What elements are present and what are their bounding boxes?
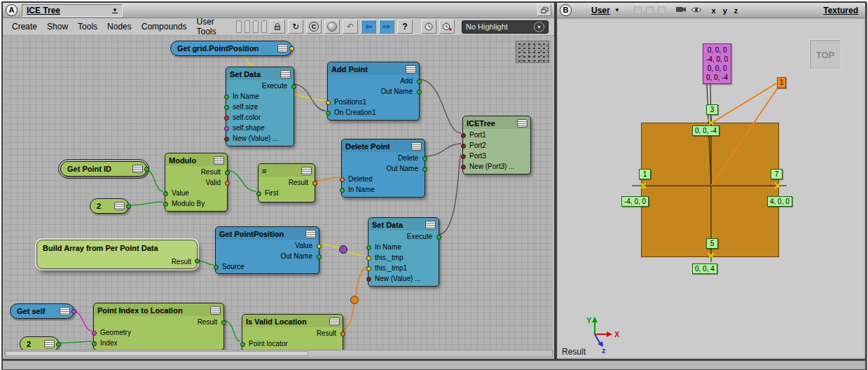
port-dot[interactable] [366, 277, 371, 282]
back-button[interactable]: ⇦ [361, 20, 376, 34]
port-dot[interactable] [92, 331, 97, 336]
node-menu-icon[interactable] [44, 340, 55, 348]
node-get-pointposition[interactable]: Get PointPosition Value Out Name Source [215, 226, 319, 274]
node-menu-icon[interactable] [60, 307, 70, 315]
globe-button[interactable] [324, 20, 340, 34]
help-button[interactable]: ? [397, 20, 413, 34]
port-dot[interactable] [256, 191, 261, 196]
node-delete-point[interactable]: Delete Point Delete Out Name Deleted In … [341, 139, 425, 198]
port-dot[interactable] [461, 165, 466, 170]
menu-nodes[interactable]: Nodes [104, 22, 135, 32]
visibility-button[interactable] [691, 6, 702, 15]
port-dot[interactable] [422, 156, 427, 161]
node-menu-icon[interactable] [425, 221, 436, 229]
viewport-canvas[interactable]: TOP Y X z [558, 20, 864, 357]
port-dot[interactable] [366, 256, 371, 261]
node-menu-icon[interactable] [277, 44, 288, 53]
toolbar-blank-tab[interactable] [244, 20, 250, 33]
graph-h-scrollbar[interactable] [4, 350, 553, 357]
menu-user-tools[interactable]: User Tools [193, 17, 233, 36]
camera-view-button[interactable] [675, 5, 687, 15]
port-dot[interactable] [224, 95, 229, 100]
node-menu-icon[interactable] [411, 142, 422, 151]
node-menu-icon[interactable] [301, 167, 312, 175]
node-menu-icon[interactable] [132, 165, 143, 173]
port-dot[interactable] [163, 191, 168, 196]
port-dot[interactable] [417, 79, 422, 84]
graph-navigator-thumbnail[interactable] [516, 41, 549, 63]
port-dot[interactable] [366, 245, 371, 250]
axis-y-button[interactable]: y [722, 6, 729, 15]
port-dot[interactable] [312, 181, 317, 186]
node-point-index-to-location[interactable]: Point Index to Location Result Geometry … [93, 303, 224, 350]
constant-button[interactable]: C [306, 20, 322, 34]
port-dot[interactable] [221, 320, 226, 325]
port-dot[interactable] [289, 46, 294, 51]
port-dot[interactable] [326, 111, 331, 116]
node-get-self[interactable]: Get self [10, 303, 74, 319]
node-integer-2b[interactable]: 2 [20, 336, 59, 350]
node-icetree[interactable]: ICETree Port1 Port2 Port3 New (Port3) ..… [462, 116, 531, 174]
port-dot[interactable] [422, 167, 427, 172]
context-conversion-icon[interactable] [340, 246, 347, 254]
node-menu-icon[interactable] [329, 317, 340, 326]
port-dot[interactable] [317, 244, 322, 249]
port-dot[interactable] [366, 266, 371, 271]
node-add-point[interactable]: Add Point Add Out Name Positions1 On Cre… [327, 62, 420, 121]
port-dot[interactable] [126, 204, 131, 209]
display-mode-menu[interactable]: Textured [823, 6, 858, 15]
axis-x-button[interactable]: x [710, 6, 717, 15]
port-dot[interactable] [340, 188, 345, 193]
timer-button[interactable] [421, 20, 436, 34]
port-dot[interactable] [461, 144, 466, 149]
port-dot[interactable] [461, 133, 466, 138]
toolbar-blank-tab[interactable] [236, 20, 242, 33]
context-conversion-icon[interactable] [351, 296, 359, 304]
timer-keyframe-button[interactable] [439, 20, 455, 34]
node-menu-icon[interactable] [305, 230, 316, 238]
port-dot[interactable] [291, 84, 296, 89]
node-graph-canvas[interactable]: Get grid.PointPosition Get Point ID 2 Ge… [4, 35, 553, 350]
port-dot[interactable] [225, 170, 230, 175]
node-build-array[interactable]: Build Array from Per Point Data Result [36, 240, 198, 269]
node-get-point-id[interactable]: Get Point ID [60, 161, 147, 177]
camera-menu[interactable]: User [591, 6, 610, 15]
toolbar-blank-tab[interactable] [253, 20, 259, 33]
port-dot[interactable] [461, 154, 466, 159]
node-set-data-2[interactable]: Set Data Execute In Name this._tmp this.… [368, 217, 439, 287]
axis-z-button[interactable]: z [733, 6, 740, 15]
port-dot[interactable] [224, 126, 229, 131]
port-dot[interactable] [224, 137, 229, 142]
bottom-scrollbar[interactable] [1, 359, 867, 370]
port-dot[interactable] [92, 341, 97, 346]
port-dot[interactable] [225, 181, 230, 186]
node-get-grid-pointposition[interactable]: Get grid.PointPosition [170, 41, 292, 56]
toolbar-blank-tab[interactable] [261, 20, 267, 33]
menu-compounds[interactable]: Compounds [138, 22, 191, 32]
node-menu-icon[interactable] [280, 70, 291, 78]
node-menu-icon[interactable] [406, 65, 416, 74]
port-dot[interactable] [56, 342, 61, 347]
port-dot[interactable] [240, 342, 245, 347]
port-dot[interactable] [214, 265, 219, 270]
highlight-dropdown[interactable]: No Highlight ▼ [462, 20, 549, 34]
node-modulo[interactable]: Modulo Result Valid Value Modulo By [165, 153, 228, 212]
menu-create[interactable]: Create [8, 22, 41, 32]
menu-tools[interactable]: Tools [74, 22, 101, 32]
node-set-data-1[interactable]: Set Data Execute In Name self.size self.… [226, 67, 294, 146]
node-menu-icon[interactable] [517, 119, 528, 128]
port-dot[interactable] [326, 100, 331, 105]
view-selector[interactable]: ICE Tree ▼ [22, 4, 123, 17]
menu-show[interactable]: Show [43, 22, 71, 32]
node-menu-icon[interactable] [214, 156, 224, 165]
forward-button[interactable]: ⇨ [379, 20, 394, 34]
port-dot[interactable] [317, 254, 322, 259]
port-dot[interactable] [340, 331, 345, 336]
window-restore-button[interactable] [537, 4, 551, 16]
port-dot[interactable] [340, 177, 345, 182]
lock-button[interactable] [270, 20, 285, 34]
scrollbar-thumb[interactable] [6, 351, 308, 356]
node-integer-2[interactable]: 2 [90, 198, 129, 214]
port-dot[interactable] [144, 167, 149, 172]
port-dot[interactable] [195, 259, 200, 263]
